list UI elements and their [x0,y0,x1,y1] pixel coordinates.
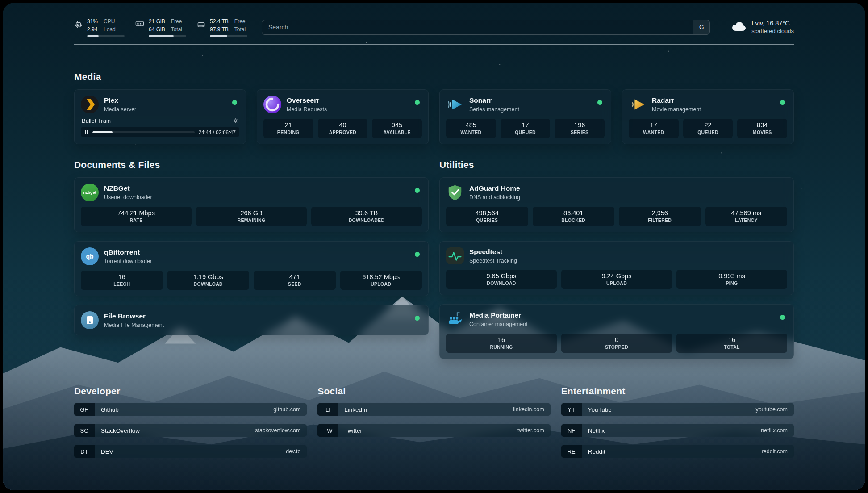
weather-condition: scattered clouds [751,28,794,34]
search-provider-button[interactable]: G [693,20,709,34]
search-bar: G [262,20,710,35]
service-subtitle: Speedtest Tracking [469,258,517,264]
stat-leech: 16 LEECH [81,271,163,290]
pause-icon[interactable] [84,130,88,134]
stat-seed: 471 SEED [254,271,336,290]
stat-downloaded: 39.6 TB DOWNLOADED [311,207,422,226]
service-name: Sonarr [469,96,519,105]
stat-upload: 9.24 Gbps UPLOAD [561,270,672,289]
portainer-icon [446,310,464,328]
cpu-progress-bar [87,35,125,37]
stat-upload: 618.52 Mbps UPLOAD [340,271,422,290]
stat-wanted: 17 WANTED [629,119,679,138]
service-name: Plex [104,96,136,105]
search-input[interactable] [262,20,693,34]
stat-running: 16 RUNNING [446,334,557,353]
stat-total: 16 TOTAL [676,334,787,353]
gear-icon[interactable] [233,118,238,124]
bookmark-stackoverflow[interactable]: SO StackOverflow stackoverflow.com [74,424,307,437]
service-subtitle: Media server [104,106,136,113]
stat-queries: 498,564 QUERIES [446,207,528,226]
social-section: Social LI LinkedIn linkedin.com TW Twitt… [317,386,550,466]
bookmark-dev[interactable]: DT DEV dev.to [74,445,307,458]
ram-free-value: 21 GiB [149,17,165,25]
dashboard-page: 31% 2.94 CPU Load [3,3,865,490]
stat-wanted: 485 WANTED [446,119,496,138]
bookmark-netflix[interactable]: NF Netflix netflix.com [561,424,794,437]
status-dot [415,188,420,193]
entertainment-section: Entertainment YT YouTube youtube.com NF … [561,386,794,466]
disk-widget: 52.4 TB 97.9 TB Free Total [197,17,247,37]
cpu-progress-fill [87,35,99,37]
nzbget-icon: nzbget [81,184,99,201]
header-divider [74,44,794,45]
memory-widget: 21 GiB 64 GiB Free Total [135,17,186,37]
bookmark-youtube[interactable]: YT YouTube youtube.com [561,403,794,416]
qbittorrent-icon: qb [81,247,99,265]
cpu-load-label: Load [104,25,116,33]
stat-queued: 17 QUEUED [501,119,551,138]
ram-icon [135,21,144,29]
overseerr-icon [263,96,281,113]
stat-blocked: 86,401 BLOCKED [533,207,615,226]
cpu-load-value: 2.94 [87,25,98,33]
disk-icon [197,21,205,31]
playback-progress-bar[interactable] [92,131,195,133]
playback-progress-fill [92,131,113,133]
disk-progress-fill [210,35,227,37]
speedtest-card[interactable]: Speedtest Speedtest Tracking 9.65 Gbps D… [439,241,794,295]
disk-progress-bar [210,35,247,37]
status-dot [415,252,420,257]
radarr-card[interactable]: Radarr Movie management 17 WANTED 22 QUE… [622,89,794,144]
filebrowser-card[interactable]: File Browser Media File Management [74,305,429,335]
service-subtitle: Torrent downloader [104,258,152,264]
stat-rate: 744.21 Mbps RATE [81,207,192,226]
now-playing-title: Bullet Train [82,117,111,124]
stat-download: 1.19 Gbps DOWNLOAD [167,271,250,290]
status-dot [232,100,237,105]
qbittorrent-card[interactable]: qb qBittorrent Torrent downloader 16 [74,241,429,296]
stat-download: 9.65 Gbps DOWNLOAD [446,270,557,289]
media-player-bar: 24:44 / 02:06:47 [81,127,239,137]
cpu-icon [74,21,83,31]
sonarr-icon [446,96,464,113]
overseerr-card[interactable]: Overseerr Media Requests 21 PENDING 40 A… [257,89,429,144]
service-name: AdGuard Home [469,184,520,193]
adguard-card[interactable]: AdGuard Home DNS and adblocking 498,564 … [439,177,794,232]
stat-latency: 47.569 ms LATENCY [705,207,788,226]
stat-filtered: 2,956 FILTERED [619,207,701,226]
status-dot [780,100,785,105]
stat-stopped: 0 STOPPED [561,334,672,353]
portainer-card[interactable]: Media Portainer Container management 16 … [439,304,794,359]
stat-available: 945 AVAILABLE [372,119,422,138]
status-dot [415,100,420,105]
nzbget-card[interactable]: nzbget NZBGet Usenet downloader 744.21 M… [74,177,429,232]
ram-progress-bar [149,35,186,37]
bookmark-twitter[interactable]: TW Twitter twitter.com [317,424,550,437]
documents-section: Documents & Files nzbget NZBGet Usenet d… [74,159,429,335]
media-section-title: Media [74,71,794,82]
bookmark-reddit[interactable]: RE Reddit reddit.com [561,445,794,458]
media-section: Media Plex Media server [74,71,794,144]
service-subtitle: Movie management [652,106,701,113]
service-name: NZBGet [104,184,152,193]
weather-widget[interactable]: Lviv, 16.87°C scattered clouds [730,20,794,34]
top-bar: 31% 2.94 CPU Load [74,3,794,37]
stat-remaining: 266 GB REMAINING [196,207,307,226]
bookmark-github[interactable]: GH Github github.com [74,403,307,416]
developer-section: Developer GH Github github.com SO StackO… [74,386,307,466]
social-section-title: Social [317,386,550,397]
stat-movies: 834 MOVIES [737,119,787,138]
disk-free-value: 52.4 TB [210,17,229,25]
disk-total-value: 97.9 TB [210,25,229,33]
plex-card[interactable]: Plex Media server Bullet Train [74,89,246,144]
weather-location: Lviv, 16.87°C [751,20,794,27]
service-name: Radarr [652,96,701,105]
sonarr-card[interactable]: Sonarr Series management 485 WANTED 17 Q… [439,89,611,144]
filebrowser-icon [81,311,99,329]
ram-free-label: Free [171,17,182,25]
stat-series: 196 SERIES [555,119,605,138]
stat-pending: 21 PENDING [263,119,313,138]
bookmark-linkedin[interactable]: LI LinkedIn linkedin.com [317,403,550,416]
documents-section-title: Documents & Files [74,159,429,170]
